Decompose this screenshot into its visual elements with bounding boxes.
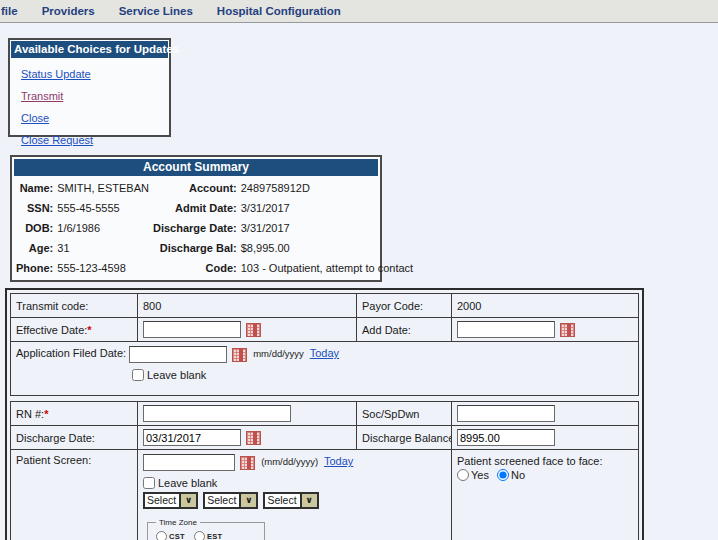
ssn-value: 555-45-5555: [55, 198, 151, 218]
required-asterisk: *: [44, 408, 48, 420]
discharge-date-value: 3/31/2017: [239, 218, 415, 238]
patient-screen-label: Patient Screen:: [11, 450, 138, 540]
est-label: EST: [207, 532, 223, 540]
phone-label: Phone:: [14, 258, 55, 278]
add-date-cell: [452, 318, 639, 342]
select-value: Select: [145, 494, 179, 507]
table-row: RN #:* Soc/SpDwn: [11, 402, 639, 426]
menu-item-file[interactable]: file: [1, 5, 18, 17]
account-summary-panel: Account Summary Name: SMITH, ESTEBAN Acc…: [10, 155, 382, 282]
phone-value: 555-123-4598: [55, 258, 151, 278]
patient-screen-select-3[interactable]: Select∨: [263, 492, 318, 509]
face-no-label: No: [511, 469, 525, 481]
menu-item-providers[interactable]: Providers: [42, 5, 95, 17]
update-form: Transmit code: 800 Payor Code: 2000 Effe…: [5, 288, 644, 540]
soc-spdwn-input[interactable]: [457, 405, 555, 422]
payor-code-value: 2000: [452, 294, 639, 318]
face-to-face-question: Patient screened face to face:: [457, 455, 633, 467]
soc-spdwn-cell: [452, 402, 639, 426]
time-zone-fieldset: Time Zone CST EST MST PST: [147, 518, 265, 540]
discharge-date-label: Discharge Date:: [151, 218, 239, 238]
table-row: Patient Screen: (mm/dd/yyyy) Today Leave…: [11, 450, 639, 540]
face-yes-label: Yes: [471, 469, 489, 481]
table-row: Transmit code: 800 Payor Code: 2000: [11, 294, 639, 318]
select-value: Select: [205, 494, 239, 507]
discharge-balance-input[interactable]: [457, 429, 555, 446]
close-link[interactable]: Close: [21, 112, 168, 124]
menu-item-service-lines[interactable]: Service Lines: [119, 5, 193, 17]
face-no-radio[interactable]: [497, 469, 509, 481]
table-row: Application Filed Date: mm/dd/yyyy Today…: [11, 342, 639, 396]
effective-date-input[interactable]: [143, 321, 241, 338]
name-value: SMITH, ESTEBAN: [55, 178, 151, 198]
ssn-label: SSN:: [14, 198, 55, 218]
calendar-icon[interactable]: [560, 323, 575, 337]
rn-number-input[interactable]: [143, 405, 291, 422]
date-format-hint: mm/dd/yyyy: [253, 348, 304, 359]
application-filed-date-label: Application Filed Date:: [16, 347, 126, 359]
date-format-hint: (mm/dd/yyyy): [261, 456, 318, 467]
form-table-top: Transmit code: 800 Payor Code: 2000 Effe…: [10, 293, 639, 396]
admit-date-label: Admit Date:: [151, 198, 239, 218]
est-radio[interactable]: [194, 531, 205, 540]
leave-blank-checkbox[interactable]: [132, 369, 144, 381]
form-table-bottom: RN #:* Soc/SpDwn Discharge Date: Dischar…: [10, 401, 639, 540]
discharge-date-input[interactable]: [143, 429, 241, 446]
patient-screen-input[interactable]: [143, 454, 235, 471]
patient-screen-select-1[interactable]: Select∨: [143, 492, 198, 509]
discharge-date-cell: [138, 426, 357, 450]
chevron-down-icon[interactable]: ∨: [300, 494, 317, 507]
add-date-label: Add Date:: [357, 318, 452, 342]
name-label: Name:: [14, 178, 55, 198]
face-yes-radio[interactable]: [457, 469, 469, 481]
table-row: DOB: 1/6/1986 Discharge Date: 3/31/2017: [14, 218, 415, 238]
admit-date-value: 3/31/2017: [239, 198, 415, 218]
calendar-icon[interactable]: [246, 431, 261, 445]
chevron-down-icon[interactable]: ∨: [179, 494, 196, 507]
table-row: Age: 31 Discharge Bal: $8,995.00: [14, 238, 415, 258]
effective-date-label: Effective Date:*: [11, 318, 138, 342]
time-zone-legend: Time Zone: [156, 518, 200, 527]
payor-code-label: Payor Code:: [357, 294, 452, 318]
status-update-link[interactable]: Status Update: [21, 68, 168, 80]
table-row: SSN: 555-45-5555 Admit Date: 3/31/2017: [14, 198, 415, 218]
discharge-balance-cell: [452, 426, 639, 450]
transmit-code-value: 800: [138, 294, 357, 318]
rn-number-cell: [138, 402, 357, 426]
account-label: Account:: [151, 178, 239, 198]
dob-label: DOB:: [14, 218, 55, 238]
calendar-icon[interactable]: [232, 348, 247, 362]
add-date-input[interactable]: [457, 321, 555, 338]
application-filed-date-input[interactable]: [129, 346, 227, 363]
chevron-down-icon[interactable]: ∨: [239, 494, 256, 507]
account-summary-title: Account Summary: [14, 159, 378, 176]
table-row: Phone: 555-123-4598 Code: 103 - Outpatie…: [14, 258, 415, 278]
leave-blank-label: Leave blank: [147, 369, 206, 381]
account-summary-table: Name: SMITH, ESTEBAN Account: 2489758912…: [14, 178, 415, 278]
calendar-icon[interactable]: [246, 323, 261, 337]
table-row: Name: SMITH, ESTEBAN Account: 2489758912…: [14, 178, 415, 198]
account-value: 2489758912D: [239, 178, 415, 198]
age-value: 31: [55, 238, 151, 258]
select-value: Select: [265, 494, 299, 507]
leave-blank-label: Leave blank: [158, 477, 217, 489]
discharge-date-field-label: Discharge Date:: [11, 426, 138, 450]
transmit-link[interactable]: Transmit: [21, 90, 168, 102]
leave-blank-checkbox[interactable]: [143, 477, 155, 489]
today-link[interactable]: Today: [324, 455, 353, 467]
cst-label: CST: [169, 532, 185, 540]
transmit-code-label: Transmit code:: [11, 294, 138, 318]
menu-bar: file Providers Service Lines Hospital Co…: [0, 0, 718, 23]
available-choices-title: Available Choices for Updates: [11, 41, 168, 58]
cst-radio[interactable]: [156, 531, 167, 540]
dob-value: 1/6/1986: [55, 218, 151, 238]
today-link[interactable]: Today: [310, 347, 339, 359]
calendar-icon[interactable]: [240, 456, 255, 470]
face-to-face-cell: Patient screened face to face: Yes No: [452, 450, 639, 540]
patient-screen-select-2[interactable]: Select∨: [203, 492, 258, 509]
discharge-balance-label: Discharge Balance:*: [357, 426, 452, 450]
menu-item-hospital-configuration[interactable]: Hospital Configuration: [217, 5, 341, 17]
required-asterisk: *: [87, 324, 91, 336]
code-label: Code:: [151, 258, 239, 278]
close-request-link[interactable]: Close Request: [21, 134, 168, 146]
